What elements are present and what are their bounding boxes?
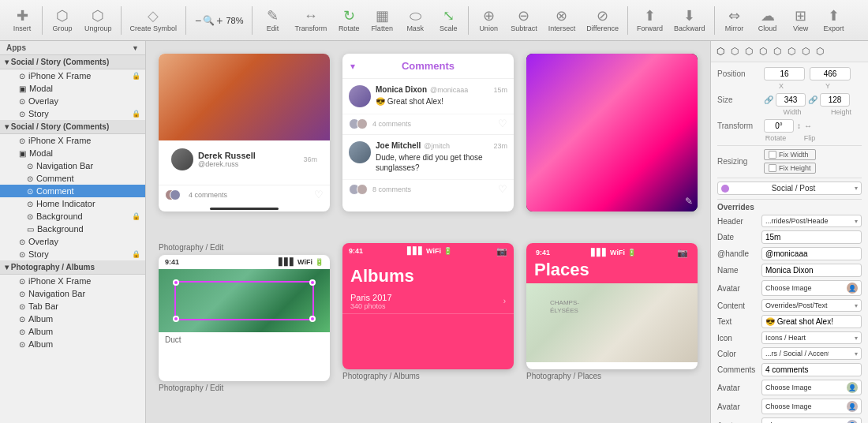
layer-comment-1[interactable]: ⊙ Comment <box>0 172 145 185</box>
section-header-3[interactable]: ▾ Photography / Albums <box>0 260 145 275</box>
avatar-thumb-1: 👤 <box>847 283 858 294</box>
rp-icon-align-right[interactable]: ⬡ <box>743 44 755 58</box>
layer-comment-2-selected[interactable]: ⊙ Comment <box>0 185 145 197</box>
insert-label: Insert <box>13 24 32 32</box>
view-label: View <box>793 24 808 32</box>
canvas-area[interactable]: Derek Russell @derek.russ 36m 4 comments <box>146 41 710 423</box>
forward-button[interactable]: Forward <box>632 7 668 34</box>
fix-width-checkbox[interactable]: Fix Width <box>764 149 816 160</box>
layer-label: iPhone X Frame <box>28 136 91 145</box>
zoom-out-button[interactable]: − <box>195 14 201 27</box>
transform-rotate-input[interactable] <box>764 119 794 133</box>
section-header-2[interactable]: ▾ Social / Story (Comments) <box>0 120 145 134</box>
rp-icon-dist-v[interactable]: ⬡ <box>814 44 826 58</box>
layer-background-rect[interactable]: ▭ Background <box>0 223 145 235</box>
symbol-select[interactable]: Social / Post ▾ <box>717 182 862 195</box>
layer-background-1[interactable]: ⊙ Background 🔒 <box>0 210 145 223</box>
comments-panel-frame[interactable]: ▾ Comments Monica Dixon @monicaaa 15m 😎 … <box>342 54 514 212</box>
layer-home-indicator[interactable]: ⊙ Home Indicator <box>0 197 145 210</box>
rp-icon-align-top[interactable]: ⬡ <box>757 44 769 58</box>
create-symbol-button[interactable]: Create Symbol <box>125 7 182 34</box>
layer-album-2[interactable]: ⊙ Album <box>0 325 145 338</box>
portrait-photo-frame[interactable]: ✎ <box>526 54 698 212</box>
override-avatar3-label: Avatar <box>717 402 758 411</box>
transform-button[interactable]: Transform <box>290 7 331 34</box>
section-header-1[interactable]: ▾ Social / Story (Comments) <box>0 55 145 69</box>
backward-button[interactable]: Backward <box>669 7 710 34</box>
post-time: 36m <box>303 155 317 163</box>
layer-iphone-x-3[interactable]: ⊙ iPhone X Frame <box>0 275 145 287</box>
apps-row[interactable]: Apps ▼ <box>0 41 145 55</box>
places-frame[interactable]: 9:41 ▋▋▋ WiFi 🔋 📷 Places CHAMPS- ÉL <box>526 243 698 369</box>
override-date-input[interactable] <box>761 230 862 244</box>
rp-icon-align-middle[interactable]: ⬡ <box>771 44 784 58</box>
rp-icon-dist-h[interactable]: ⬡ <box>799 44 812 58</box>
rp-icon-align-left[interactable]: ⬡ <box>714 44 727 58</box>
rp-icon-align-bottom[interactable]: ⬡ <box>785 44 798 58</box>
social-story-frame[interactable]: Derek Russell @derek.russ 36m 4 comments <box>159 54 330 212</box>
group-icon <box>56 9 69 23</box>
override-avatar2-value[interactable]: Choose Image 👤 <box>761 380 862 395</box>
flatten-button[interactable]: Flatten <box>366 7 398 34</box>
photo-edit-frame[interactable]: 9:41 ▋▋▋ WiFi 🔋 <box>159 255 330 381</box>
override-comments-input[interactable] <box>761 363 862 376</box>
zoom-in-button[interactable]: + <box>216 14 223 27</box>
override-color-value[interactable]: ...rs / Social / Accent ▾ <box>761 347 862 360</box>
override-icon-value[interactable]: Icons / Heart ▾ <box>761 331 862 344</box>
time-edit: 9:41 <box>165 258 179 266</box>
export-button[interactable]: Export <box>818 7 850 34</box>
size-height-input[interactable] <box>820 93 850 107</box>
edit-button[interactable]: Edit <box>256 7 288 34</box>
scale-button[interactable]: Scale <box>432 7 464 34</box>
subtract-button[interactable]: Subtract <box>506 7 542 34</box>
layer-iphone-x-2[interactable]: ⊙ iPhone X Frame <box>0 134 145 147</box>
rotate-button[interactable]: Rotate <box>333 7 365 34</box>
difference-button[interactable]: Difference <box>582 7 623 34</box>
layer-modal-1[interactable]: ▣ Modal <box>0 82 145 95</box>
symbol-dropdown-arrow: ▾ <box>855 185 858 192</box>
layer-story-1[interactable]: ⊙ Story 🔒 <box>0 107 145 120</box>
insert-button[interactable]: Insert <box>6 7 38 34</box>
intersect-button[interactable]: Intersect <box>544 7 581 34</box>
override-avatar4-value[interactable]: Choose Image 👤 <box>761 417 862 423</box>
cloud-button[interactable]: Cloud <box>752 7 784 34</box>
union-button[interactable]: Union <box>473 7 504 34</box>
position-y-input[interactable] <box>810 67 851 80</box>
override-avatar-value[interactable]: Choose Image 👤 <box>761 280 862 296</box>
flatten-label: Flatten <box>371 24 393 32</box>
position-x-input[interactable] <box>764 67 805 80</box>
layer-album-1[interactable]: ⊙ Album <box>0 313 145 325</box>
override-text-input[interactable] <box>761 315 862 328</box>
union-icon <box>483 9 495 23</box>
toolbar-separator-5 <box>468 6 469 35</box>
zoom-glass-icon: 🔍 <box>203 15 215 26</box>
album-item-1[interactable]: Paris 2017 340 photos › <box>342 290 514 314</box>
override-name-input[interactable] <box>761 264 862 277</box>
albums-frame[interactable]: 9:41 ▋▋▋ WiFi 🔋 📷 Albums Paris 2017 <box>342 243 514 369</box>
override-avatar3-value[interactable]: Choose Image 👤 <box>761 399 862 414</box>
position-label: Position <box>717 69 761 78</box>
scale-icon <box>443 9 455 23</box>
fix-height-checkbox[interactable]: Fix Height <box>764 163 816 174</box>
layer-overlay-1[interactable]: ⊙ Overlay <box>0 95 145 107</box>
override-handle-input[interactable] <box>761 247 862 260</box>
mask-button[interactable]: Mask <box>399 7 431 34</box>
layer-story-2[interactable]: ⊙ Story 🔒 <box>0 248 145 260</box>
override-avatar3-text: Choose Image <box>765 402 812 410</box>
ungroup-button[interactable]: Ungroup <box>80 7 117 34</box>
layer-tab-bar[interactable]: ⊙ Tab Bar <box>0 300 145 313</box>
layer-overlay-2[interactable]: ⊙ Overlay <box>0 235 145 248</box>
layer-nav-bar-2[interactable]: ⊙ Navigation Bar <box>0 287 145 300</box>
rp-icon-align-center[interactable]: ⬡ <box>728 44 741 58</box>
group-button[interactable]: Group <box>47 7 78 34</box>
comment-text-2: Dude, where did you get those sunglasses… <box>376 152 507 173</box>
layer-modal-2[interactable]: ▣ Modal <box>0 147 145 159</box>
mirror-button[interactable]: Mirror <box>719 7 750 34</box>
view-button[interactable]: View <box>785 7 817 34</box>
override-header-value[interactable]: ...rrides/Post/Header ▾ <box>761 215 862 227</box>
layer-iphone-x-1[interactable]: ⊙ iPhone X Frame 🔒 <box>0 69 145 82</box>
size-width-input[interactable] <box>776 93 806 107</box>
layer-album-3[interactable]: ⊙ Album <box>0 338 145 350</box>
override-content-value[interactable]: Overrides/Post/Text ▾ <box>761 299 862 312</box>
layer-nav-bar[interactable]: ⊙ Navigation Bar <box>0 159 145 172</box>
